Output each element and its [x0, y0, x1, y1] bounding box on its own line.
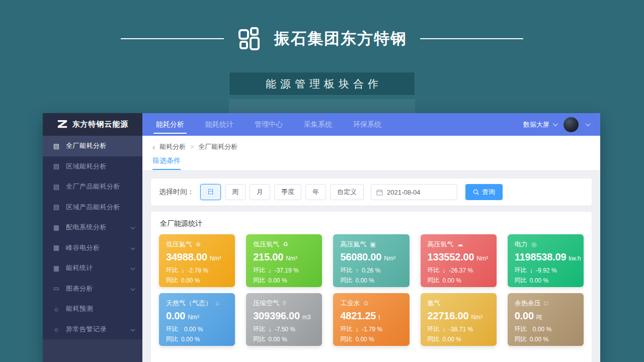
- breadcrumb-level1[interactable]: 能耗分析: [159, 142, 186, 151]
- brand-name: 东方特钢云能源: [72, 120, 129, 129]
- chevron-down-icon[interactable]: [586, 121, 591, 126]
- sidebar-item-label: 能耗预测: [66, 304, 134, 313]
- stat-card: 压缩空气◊309396.00m3环比↓-7.50 %同比0.00 %: [246, 293, 322, 346]
- yoy-value: 0.00 %: [530, 336, 548, 343]
- sidebar-item-label: 峰谷电分析: [66, 243, 131, 252]
- right-decorative-line: [420, 38, 523, 39]
- chevron-down-icon: [131, 327, 135, 331]
- table-icon: ▦: [52, 264, 60, 272]
- sun-icon: ☼: [52, 325, 60, 333]
- sidebar-item-label: 异常告警记录: [66, 325, 131, 334]
- yoy-value: 0.00 %: [181, 277, 200, 284]
- section-title: 全厂能源统计: [160, 219, 584, 228]
- data-screen-label: 数据大屏: [523, 120, 549, 129]
- sidebar-item-region-energy-analysis[interactable]: ▤ 区域能耗分析: [43, 156, 142, 177]
- sun-icon: ☼: [52, 305, 60, 313]
- sidebar-item-label: 区域产品能耗分析: [66, 203, 134, 212]
- yoy-value: 0.00 %: [530, 277, 548, 284]
- card-title: 工业水: [340, 299, 360, 308]
- back-arrow-icon[interactable]: ‹: [152, 144, 155, 150]
- yoy-value: 0.00 %: [268, 277, 287, 284]
- mom-label: 环比: [340, 266, 352, 275]
- sidebar-item-plant-product-energy[interactable]: ▤ 全厂产品能耗分析: [43, 176, 142, 197]
- droplet-icon: ◊: [283, 300, 286, 307]
- mom-value: -1.79 %: [362, 326, 382, 333]
- nav-item-energy-statistics[interactable]: 能耗统计: [195, 113, 244, 136]
- sidebar-item-label: 区域能耗分析: [66, 162, 134, 171]
- sidebar-footer: [43, 339, 142, 362]
- sidebar-item-peak-valley-power[interactable]: ▦ 峰谷电分析: [43, 238, 142, 258]
- breadcrumb-separator: >: [190, 143, 194, 150]
- stat-card: 高压氮气▣56080.00Nm³环比↑0.26 %同比0.00 %: [333, 234, 409, 287]
- card-title: 压缩空气: [253, 299, 279, 308]
- panel-icon: ▤: [52, 142, 60, 150]
- mom-value: 0.26 %: [362, 267, 380, 274]
- sidebar-item-label: 全厂能耗分析: [66, 141, 134, 150]
- trend-arrow-icon: ↓: [181, 266, 185, 274]
- nav-item-management-center[interactable]: 管理中心: [244, 113, 293, 136]
- card-title: 高压氧气: [428, 240, 454, 249]
- time-button-year[interactable]: 年: [305, 184, 326, 200]
- square-outline-icon: □: [544, 300, 548, 307]
- sidebar-item-power-distribution[interactable]: ▦ 配电系统分析: [43, 217, 142, 238]
- trend-arrow-icon: ↓: [530, 266, 533, 274]
- time-button-day[interactable]: 日: [200, 184, 221, 200]
- nav-item-collection-system[interactable]: 采集系统: [293, 113, 343, 136]
- app-brand: 东方特钢云能源: [43, 113, 142, 136]
- card-unit: Nm³: [286, 255, 297, 262]
- water-circle-icon: ⊙: [363, 300, 368, 307]
- trend-arrow-icon: ↓: [355, 325, 359, 333]
- card-unit: Nm³: [471, 314, 482, 321]
- card-value: 4821.25: [340, 310, 376, 321]
- yoy-value: 0.00 %: [355, 277, 374, 284]
- date-picker-input[interactable]: 2021-08-04: [371, 184, 457, 200]
- grid-squares-logo-icon: [237, 27, 261, 51]
- sidebar-item-chart-analysis[interactable]: ▭ 图表分析: [43, 279, 142, 299]
- yoy-label: 同比: [253, 276, 265, 285]
- card-value: 0.00: [515, 310, 534, 321]
- circle-plus-icon: ⊕: [196, 241, 201, 248]
- yoy-value: 0.00 %: [443, 336, 461, 343]
- card-unit: Nm³: [476, 255, 488, 262]
- yoy-value: 0.00 %: [268, 336, 287, 343]
- mom-label: 环比: [253, 266, 265, 275]
- tab-filter-conditions[interactable]: 筛选条件: [152, 156, 181, 170]
- time-button-custom[interactable]: 自定义: [330, 184, 364, 200]
- search-button[interactable]: 查询: [465, 184, 503, 200]
- trend-arrow-icon: ↓: [443, 325, 446, 333]
- data-screen-link[interactable]: 数据大屏: [523, 120, 556, 129]
- panel-icon: ▤: [52, 203, 60, 211]
- card-unit: 吨: [536, 314, 542, 321]
- card-title: 低压氮气: [166, 240, 192, 249]
- yoy-label: 同比: [340, 276, 352, 285]
- z-logo-icon: [57, 120, 68, 130]
- sidebar-item-region-product-energy[interactable]: ▤ 区域产品能耗分析: [43, 197, 142, 218]
- yoy-label: 同比: [166, 276, 178, 285]
- sidebar-item-energy-statistics[interactable]: ▦ 能耗统计: [43, 258, 142, 279]
- mom-value: 0.00 %: [533, 326, 551, 333]
- hero-header: 振石集团东方特钢: [0, 22, 644, 55]
- panel-icon: ▤: [52, 183, 60, 191]
- card-title: 电力: [515, 240, 528, 249]
- nav-item-energy-analysis[interactable]: 能耗分析: [145, 113, 195, 136]
- nav-item-environment-system[interactable]: 环保系统: [343, 113, 392, 136]
- stat-card: 氩气22716.00Nm³环比↓-38.71 %同比0.00 %: [421, 293, 497, 346]
- card-title: 氩气: [428, 299, 441, 308]
- search-button-label: 查询: [482, 188, 495, 197]
- sidebar-item-plant-energy-analysis[interactable]: ▤ 全厂能耗分析: [43, 136, 142, 156]
- time-button-quarter[interactable]: 季度: [274, 184, 301, 200]
- table-icon: ▦: [52, 224, 60, 231]
- trend-arrow-icon: ↓: [268, 266, 272, 274]
- time-button-month[interactable]: 月: [250, 184, 270, 200]
- sidebar-item-label: 全厂产品能耗分析: [66, 182, 134, 191]
- time-select-label: 选择时间：: [159, 188, 194, 197]
- sidebar-item-energy-forecast[interactable]: ☼ 能耗预测: [43, 299, 142, 319]
- card-title: 余热余压: [515, 299, 541, 308]
- card-value: 56080.00: [340, 251, 381, 262]
- stat-card: 低压氧气♻215.00Nm³环比↓-37.19 %同比0.00 %: [246, 234, 322, 287]
- sidebar-item-alarm-records[interactable]: ☼ 异常告警记录: [43, 319, 142, 340]
- card-title: 低压氧气: [253, 240, 279, 249]
- time-button-week[interactable]: 周: [225, 184, 246, 200]
- dashboard-window: 东方特钢云能源 能耗分析 能耗统计 管理中心 采集系统 环保系统 数据大屏 ▤ …: [43, 113, 600, 362]
- user-avatar[interactable]: [564, 117, 579, 132]
